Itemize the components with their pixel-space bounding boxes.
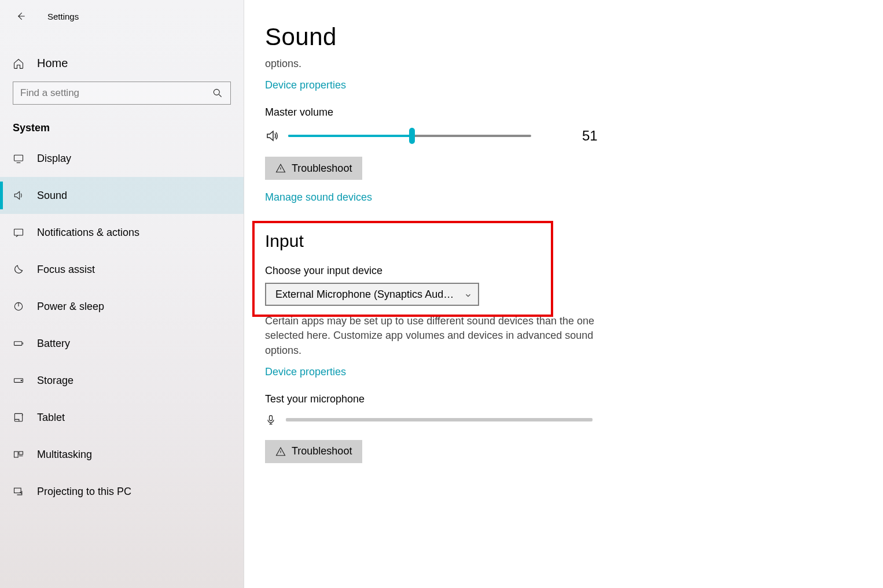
sidebar-item-label: Notifications & actions (37, 227, 139, 239)
input-device-selected: External Microphone (Synaptics Aud… (275, 289, 454, 301)
sidebar-category: System (0, 105, 244, 140)
sidebar-item-label: Projecting to this PC (37, 486, 131, 498)
search-icon (212, 87, 223, 99)
sidebar-item-label: Focus assist (37, 264, 95, 276)
svg-rect-2 (14, 229, 23, 235)
page-title: Sound (265, 23, 864, 51)
svg-rect-4 (14, 342, 22, 346)
main-content: Sound options. Device properties Master … (244, 0, 883, 588)
arrow-left-icon (15, 10, 27, 22)
sidebar-item-display[interactable]: Display (0, 140, 244, 177)
display-icon (13, 153, 24, 164)
volume-slider[interactable] (288, 135, 531, 137)
sidebar-item-power-sleep[interactable]: Power & sleep (0, 288, 244, 325)
troubleshoot-input-button[interactable]: Troubleshoot (265, 440, 362, 463)
sidebar: Settings Home System Display Sound (0, 0, 244, 588)
search-box[interactable] (13, 82, 231, 105)
master-volume-label: Master volume (265, 106, 864, 119)
nav-home[interactable]: Home (0, 47, 244, 79)
output-options-trail: options. (265, 57, 612, 71)
titlebar: Settings (0, 5, 244, 28)
troubleshoot-output-button[interactable]: Troubleshoot (265, 157, 362, 180)
troubleshoot-label: Troubleshoot (292, 162, 352, 175)
sidebar-item-label: Storage (37, 375, 73, 387)
sidebar-item-label: Display (37, 153, 71, 165)
input-section: Input Choose your input device External … (265, 231, 864, 306)
storage-icon (13, 375, 24, 386)
mic-test-row (265, 412, 864, 427)
sidebar-item-focus-assist[interactable]: Focus assist (0, 251, 244, 288)
nav-home-label: Home (37, 57, 68, 70)
moon-icon (13, 264, 24, 275)
sidebar-item-label: Battery (37, 338, 70, 350)
master-volume-row: 51 (265, 128, 864, 144)
input-description: Certain apps may be set up to use differ… (265, 314, 612, 358)
choose-input-label: Choose your input device (265, 265, 864, 277)
home-icon (13, 58, 24, 69)
svg-rect-9 (19, 452, 23, 454)
volume-slider-fill (288, 135, 412, 137)
projecting-icon (13, 486, 24, 497)
test-mic-label: Test your microphone (265, 393, 864, 405)
notifications-icon (13, 227, 24, 238)
sidebar-item-projecting[interactable]: Projecting to this PC (0, 473, 244, 510)
svg-rect-7 (14, 413, 22, 421)
svg-point-0 (214, 89, 219, 95)
sidebar-item-label: Power & sleep (37, 301, 104, 313)
sidebar-item-notifications[interactable]: Notifications & actions (0, 214, 244, 251)
volume-slider-thumb[interactable] (409, 128, 415, 144)
warning-icon (275, 163, 286, 173)
microphone-icon (265, 412, 277, 427)
volume-value: 51 (582, 128, 598, 144)
chevron-down-icon (464, 290, 472, 298)
speaker-icon (265, 129, 279, 143)
device-properties-input-link[interactable]: Device properties (265, 366, 346, 378)
app-title: Settings (47, 12, 79, 21)
power-icon (13, 301, 24, 312)
sidebar-item-label: Sound (37, 190, 67, 202)
sidebar-item-tablet[interactable]: Tablet (0, 399, 244, 436)
search-input[interactable] (20, 87, 203, 99)
sidebar-item-label: Multitasking (37, 449, 92, 461)
mic-level-bar (286, 418, 593, 421)
tablet-icon (13, 412, 24, 423)
sidebar-item-sound[interactable]: Sound (0, 177, 244, 214)
input-device-dropdown[interactable]: External Microphone (Synaptics Aud… (265, 283, 479, 306)
svg-point-6 (21, 380, 22, 381)
sidebar-item-battery[interactable]: Battery (0, 325, 244, 362)
sidebar-item-label: Tablet (37, 412, 65, 424)
battery-icon (13, 338, 24, 349)
sidebar-item-storage[interactable]: Storage (0, 362, 244, 399)
manage-sound-devices-link[interactable]: Manage sound devices (265, 191, 372, 204)
warning-icon (275, 446, 286, 457)
svg-rect-1 (14, 155, 23, 161)
multitasking-icon (13, 449, 24, 460)
svg-rect-8 (14, 452, 19, 457)
svg-rect-5 (14, 379, 23, 383)
input-heading: Input (265, 231, 864, 251)
troubleshoot-label: Troubleshoot (292, 445, 352, 457)
device-properties-link[interactable]: Device properties (265, 79, 346, 91)
sound-icon (13, 190, 24, 201)
sidebar-item-multitasking[interactable]: Multitasking (0, 436, 244, 473)
svg-rect-11 (270, 415, 273, 420)
back-button[interactable] (9, 5, 32, 28)
